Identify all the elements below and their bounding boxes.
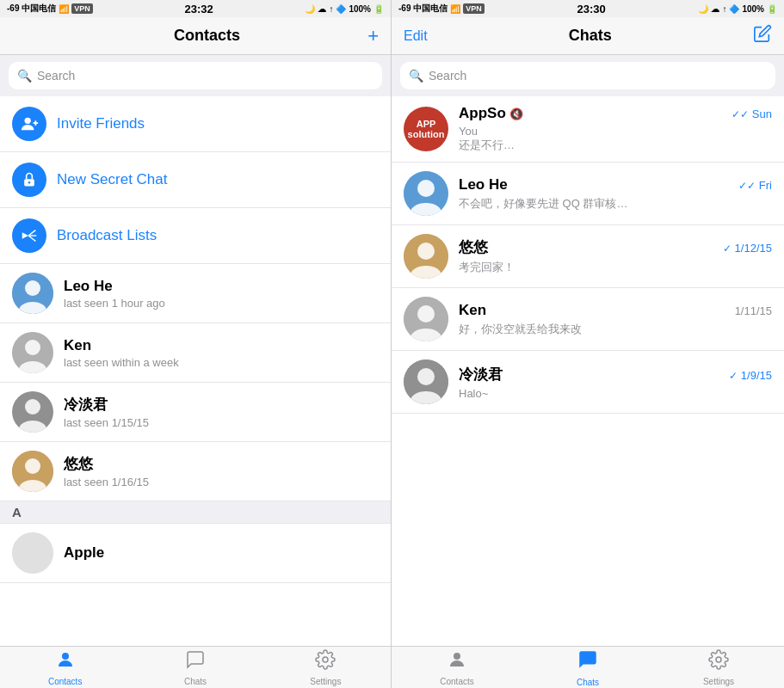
chat-lengdanjun-name: 冷淡君 bbox=[459, 365, 503, 384]
chat-lengdanjun-time: ✓ 1/9/15 bbox=[729, 369, 772, 382]
left-status-bar: -69 中国电信 📶 VPN 23:32 🌙 ☁ ↑ 🔷 100% 🔋 bbox=[0, 0, 391, 17]
left-battery: 🌙 ☁ ↑ 🔷 100% 🔋 bbox=[305, 4, 384, 14]
left-panel: -69 中国电信 📶 VPN 23:32 🌙 ☁ ↑ 🔷 100% 🔋 Cont… bbox=[0, 0, 392, 688]
right-search-placeholder: Search bbox=[429, 69, 466, 83]
chat-lengdanjun-preview: Halo~ bbox=[459, 387, 772, 400]
compose-button[interactable] bbox=[753, 24, 772, 48]
avatar-youyou bbox=[12, 451, 53, 492]
svg-point-10 bbox=[25, 340, 40, 355]
chat-appso-sender: You bbox=[459, 125, 772, 138]
left-status-signal: -69 中国电信 📶 VPN bbox=[7, 3, 93, 15]
chat-youyou-content: 悠悠 ✓ 1/12/15 考完回家！ bbox=[459, 237, 772, 275]
contact-lengdanjun-info: 冷淡君 last seen 1/15/15 bbox=[64, 395, 379, 429]
svg-point-16 bbox=[25, 458, 40, 474]
left-search-container: 🔍 Search bbox=[0, 55, 391, 96]
contact-leohe-status: last seen 1 hour ago bbox=[64, 297, 379, 310]
avatar-youyou-right bbox=[404, 234, 448, 279]
chat-appso-name: AppSo 🔇 bbox=[459, 105, 523, 122]
avatar-ken-right bbox=[404, 297, 448, 341]
chat-lengdanjun-content: 冷淡君 ✓ 1/9/15 Halo~ bbox=[459, 365, 772, 400]
contact-ken-info: Ken last seen within a week bbox=[64, 337, 379, 369]
chat-youyou-name: 悠悠 bbox=[459, 237, 488, 257]
contacts-tab-icon bbox=[55, 649, 76, 675]
tab-chats-right-label: Chats bbox=[577, 678, 599, 687]
right-search-bar[interactable]: 🔍 Search bbox=[400, 62, 775, 89]
chat-youyou-preview: 考完回家！ bbox=[459, 260, 772, 275]
contact-leohe-name: Leo He bbox=[64, 278, 379, 295]
chat-ken-header: Ken 1/11/15 bbox=[459, 302, 772, 319]
avatar-ken bbox=[12, 332, 53, 373]
new-secret-chat-item[interactable]: New Secret Chat bbox=[0, 152, 391, 208]
svg-point-18 bbox=[12, 532, 53, 574]
contact-leohe[interactable]: Leo He last seen 1 hour ago bbox=[0, 264, 391, 323]
tab-contacts-left[interactable]: Contacts bbox=[0, 646, 130, 689]
right-status-signal: -69 中国电信 📶 VPN bbox=[398, 3, 485, 15]
left-time: 23:32 bbox=[184, 3, 213, 15]
right-status-bar: -69 中国电信 📶 VPN 23:30 🌙 ☁ ↑ 🔷 100% 🔋 bbox=[392, 0, 784, 17]
contact-ken-name: Ken bbox=[64, 337, 379, 354]
tab-settings-right[interactable]: Settings bbox=[653, 646, 784, 689]
contact-apple-info: Apple bbox=[64, 544, 379, 562]
chat-ken-content: Ken 1/11/15 好，你没空就丢给我来改 bbox=[459, 302, 772, 337]
svg-point-33 bbox=[454, 653, 460, 660]
chat-youyou[interactable]: 悠悠 ✓ 1/12/15 考完回家！ bbox=[392, 225, 784, 288]
chat-ken[interactable]: Ken 1/11/15 好，你没空就丢给我来改 bbox=[392, 288, 784, 351]
chat-ken-time: 1/11/15 bbox=[735, 304, 772, 317]
contact-youyou-status: last seen 1/16/15 bbox=[64, 476, 379, 488]
settings-tab-icon-right bbox=[708, 649, 729, 675]
contact-lengdanjun-name: 冷淡君 bbox=[64, 395, 379, 415]
chat-appso[interactable]: APPsolution AppSo 🔇 ✓✓ Sun You 还是不行… bbox=[392, 96, 784, 163]
new-secret-chat-label: New Secret Chat bbox=[57, 171, 168, 188]
chat-appso-time: ✓✓ Sun bbox=[732, 108, 772, 120]
left-tab-bar: Contacts Chats Settings bbox=[0, 646, 391, 688]
contact-apple[interactable]: Apple bbox=[0, 524, 391, 583]
broadcast-lists-icon bbox=[12, 218, 46, 253]
contact-leohe-info: Leo He last seen 1 hour ago bbox=[64, 278, 379, 310]
chat-leohe-name: Leo He bbox=[459, 176, 508, 194]
chat-lengdanjun[interactable]: 冷淡君 ✓ 1/9/15 Halo~ bbox=[392, 351, 784, 414]
contact-youyou[interactable]: 悠悠 last seen 1/16/15 bbox=[0, 442, 391, 501]
tab-settings-left[interactable]: Settings bbox=[261, 646, 391, 689]
left-search-bar[interactable]: 🔍 Search bbox=[9, 62, 382, 89]
chat-lengdanjun-header: 冷淡君 ✓ 1/9/15 bbox=[459, 365, 772, 384]
chat-leohe-preview: 不会吧，好像要先进 QQ 群审核… bbox=[459, 196, 772, 212]
chats-list: APPsolution AppSo 🔇 ✓✓ Sun You 还是不行… bbox=[392, 96, 784, 646]
search-icon: 🔍 bbox=[17, 69, 32, 83]
svg-point-4 bbox=[28, 181, 31, 184]
chats-tab-icon-right bbox=[577, 648, 599, 676]
right-nav-title: Chats bbox=[569, 27, 612, 45]
mute-icon-appso: 🔇 bbox=[509, 108, 523, 120]
avatar-leohe bbox=[12, 273, 53, 314]
broadcast-lists-item[interactable]: Broadcast Lists bbox=[0, 208, 391, 264]
contact-lengdanjun-status: last seen 1/15/15 bbox=[64, 416, 379, 429]
section-a-header: A bbox=[0, 501, 391, 524]
search-icon-right: 🔍 bbox=[409, 69, 423, 83]
chat-appso-header: AppSo 🔇 ✓✓ Sun bbox=[459, 105, 772, 122]
svg-point-34 bbox=[716, 657, 721, 662]
contact-lengdanjun[interactable]: 冷淡君 last seen 1/15/15 bbox=[0, 383, 391, 442]
invite-friends-item[interactable]: Invite Friends bbox=[0, 96, 391, 152]
tab-contacts-right[interactable]: Contacts bbox=[392, 646, 522, 689]
svg-point-0 bbox=[25, 118, 31, 124]
contact-apple-name: Apple bbox=[64, 544, 379, 562]
contact-youyou-name: 悠悠 bbox=[64, 454, 379, 474]
add-contact-button[interactable]: + bbox=[367, 25, 379, 47]
tab-chats-left-label: Chats bbox=[184, 677, 207, 686]
svg-point-28 bbox=[417, 305, 435, 322]
right-nav-bar: Edit Chats bbox=[392, 17, 784, 55]
new-secret-chat-icon bbox=[12, 163, 46, 197]
contact-ken[interactable]: Ken last seen within a week bbox=[0, 323, 391, 383]
chat-leohe[interactable]: Leo He ✓✓ Fri 不会吧，好像要先进 QQ 群审核… bbox=[392, 163, 784, 225]
svg-point-20 bbox=[323, 657, 328, 662]
tab-chats-left[interactable]: Chats bbox=[130, 646, 260, 689]
svg-point-19 bbox=[62, 653, 69, 660]
contacts-tab-icon-right bbox=[447, 649, 467, 675]
broadcast-lists-label: Broadcast Lists bbox=[57, 227, 157, 244]
edit-button[interactable]: Edit bbox=[404, 28, 428, 44]
settings-tab-icon-left bbox=[315, 649, 336, 675]
left-nav-bar: Contacts + bbox=[0, 17, 391, 55]
avatar-lengdanjun-right bbox=[404, 359, 448, 404]
chat-appso-preview: 还是不行… bbox=[459, 138, 772, 153]
tab-chats-right[interactable]: Chats bbox=[522, 645, 653, 689]
avatar-apple bbox=[12, 532, 53, 574]
